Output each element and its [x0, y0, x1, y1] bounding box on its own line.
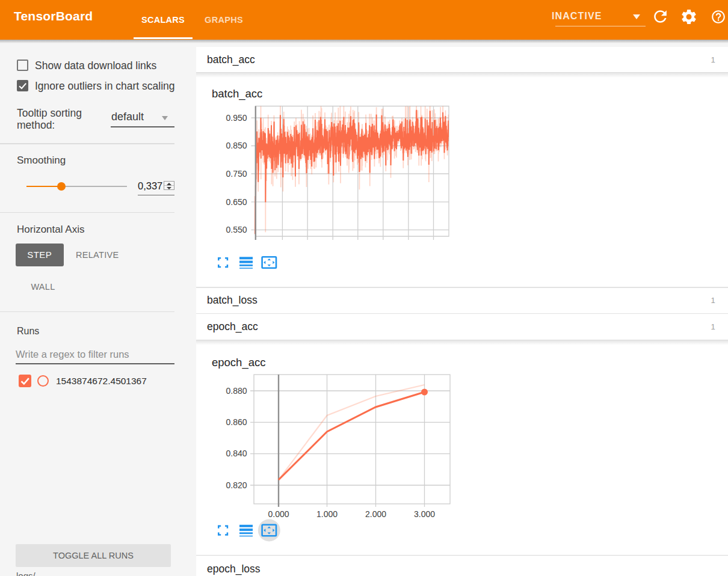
- svg-text:epoch_acc: epoch_acc: [212, 356, 265, 369]
- svg-text:0.650: 0.650: [226, 197, 247, 207]
- svg-text:0.000: 0.000: [268, 509, 289, 519]
- svg-text:0.950: 0.950: [226, 113, 247, 123]
- svg-text:batch_acc: batch_acc: [212, 87, 262, 100]
- svg-text:0.820: 0.820: [226, 480, 247, 490]
- svg-text:1.000: 1.000: [316, 509, 338, 519]
- svg-text:0.550: 0.550: [226, 225, 247, 234]
- svg-text:0.860: 0.860: [226, 417, 247, 427]
- svg-text:2.000: 2.000: [365, 509, 386, 519]
- svg-text:0.880: 0.880: [226, 386, 247, 396]
- svg-text:0.750: 0.750: [226, 169, 247, 179]
- svg-text:3.000: 3.000: [414, 509, 435, 519]
- svg-text:0.850: 0.850: [226, 141, 247, 150]
- svg-text:0.840: 0.840: [226, 449, 247, 458]
